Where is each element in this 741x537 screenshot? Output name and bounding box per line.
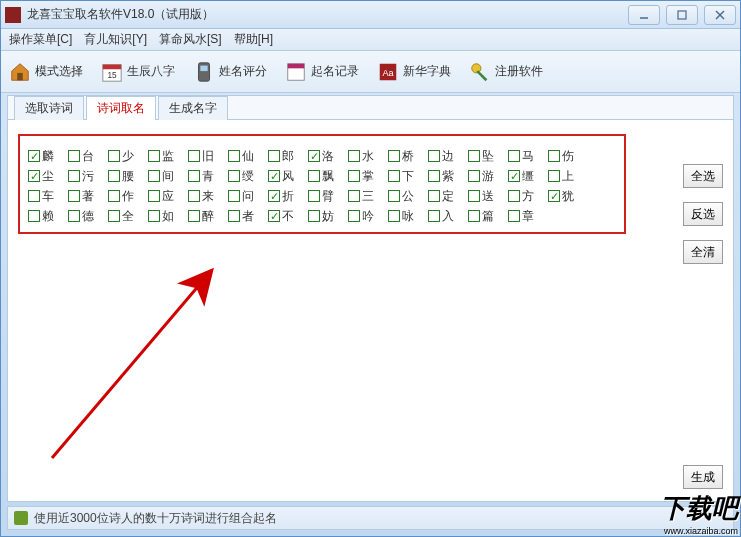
char-label: 车: [42, 188, 54, 205]
char-checkbox[interactable]: [28, 210, 40, 222]
char-checkbox[interactable]: [28, 190, 40, 202]
char-checkbox[interactable]: [268, 170, 280, 182]
toolbar-label: 注册软件: [495, 63, 543, 80]
char-checkbox[interactable]: [308, 170, 320, 182]
char-checkbox[interactable]: [468, 150, 480, 162]
char-checkbox[interactable]: [148, 190, 160, 202]
char-checkbox[interactable]: [148, 150, 160, 162]
menu-fortune[interactable]: 算命风水[S]: [159, 31, 222, 48]
menu-help[interactable]: 帮助[H]: [234, 31, 273, 48]
char-checkbox[interactable]: [68, 170, 80, 182]
char-checkbox[interactable]: [28, 150, 40, 162]
char-checkbox[interactable]: [108, 150, 120, 162]
clear-all-button[interactable]: 全清: [683, 240, 723, 264]
char-checkbox[interactable]: [428, 150, 440, 162]
svg-rect-6: [103, 64, 121, 69]
char-checkbox[interactable]: [348, 170, 360, 182]
char-label: 作: [122, 188, 134, 205]
toolbar-birthdate[interactable]: 15 生辰八字: [101, 61, 175, 83]
char-label: 应: [162, 188, 174, 205]
char-checkbox[interactable]: [188, 210, 200, 222]
char-checkbox[interactable]: [148, 210, 160, 222]
char-checkbox[interactable]: [108, 170, 120, 182]
char-checkbox[interactable]: [468, 170, 480, 182]
toolbar-mode-select[interactable]: 模式选择: [9, 61, 83, 83]
char-cell: 如: [148, 206, 188, 226]
char-checkbox[interactable]: [268, 150, 280, 162]
char-cell: 公: [388, 186, 428, 206]
char-label: 污: [82, 168, 94, 185]
char-checkbox[interactable]: [388, 150, 400, 162]
char-checkbox[interactable]: [148, 170, 160, 182]
char-checkbox[interactable]: [68, 150, 80, 162]
invert-selection-button[interactable]: 反选: [683, 202, 723, 226]
char-cell: 醉: [188, 206, 228, 226]
char-cell: 掌: [348, 166, 388, 186]
toolbar-dictionary[interactable]: Aa 新华字典: [377, 61, 451, 83]
char-checkbox[interactable]: [268, 190, 280, 202]
char-label: 伤: [562, 148, 574, 165]
char-checkbox[interactable]: [348, 190, 360, 202]
char-checkbox[interactable]: [268, 210, 280, 222]
char-checkbox[interactable]: [348, 210, 360, 222]
char-checkbox[interactable]: [508, 150, 520, 162]
char-checkbox[interactable]: [108, 190, 120, 202]
char-checkbox[interactable]: [388, 170, 400, 182]
char-cell: 吟: [348, 206, 388, 226]
char-checkbox[interactable]: [468, 210, 480, 222]
char-checkbox[interactable]: [188, 190, 200, 202]
minimize-button[interactable]: [628, 5, 660, 25]
char-checkbox[interactable]: [308, 150, 320, 162]
close-button[interactable]: [704, 5, 736, 25]
char-label: 赖: [42, 208, 54, 225]
char-checkbox[interactable]: [548, 170, 560, 182]
tab-poem-naming[interactable]: 诗词取名: [86, 96, 156, 120]
char-checkbox[interactable]: [228, 150, 240, 162]
toolbar-register[interactable]: 注册软件: [469, 61, 543, 83]
char-checkbox[interactable]: [348, 150, 360, 162]
char-checkbox[interactable]: [68, 190, 80, 202]
char-cell: 洛: [308, 146, 348, 166]
select-all-button[interactable]: 全选: [683, 164, 723, 188]
char-checkbox[interactable]: [308, 210, 320, 222]
char-checkbox[interactable]: [508, 210, 520, 222]
menu-parenting[interactable]: 育儿知识[Y]: [84, 31, 147, 48]
tab-generate-name[interactable]: 生成名字: [158, 96, 228, 120]
generate-button[interactable]: 生成: [683, 465, 723, 489]
char-checkbox[interactable]: [228, 190, 240, 202]
char-cell: 车: [28, 186, 68, 206]
char-checkbox[interactable]: [428, 190, 440, 202]
char-checkbox[interactable]: [508, 190, 520, 202]
char-checkbox[interactable]: [68, 210, 80, 222]
char-checkbox[interactable]: [308, 190, 320, 202]
char-checkbox[interactable]: [228, 170, 240, 182]
char-checkbox[interactable]: [388, 190, 400, 202]
char-checkbox[interactable]: [28, 170, 40, 182]
char-cell: 麟: [28, 146, 68, 166]
char-checkbox[interactable]: [428, 210, 440, 222]
char-checkbox[interactable]: [188, 170, 200, 182]
char-checkbox[interactable]: [468, 190, 480, 202]
char-label: 章: [522, 208, 534, 225]
char-cell: 飘: [308, 166, 348, 186]
toolbar-name-score[interactable]: 姓名评分: [193, 61, 267, 83]
char-cell: 送: [468, 186, 508, 206]
char-checkbox[interactable]: [428, 170, 440, 182]
char-label: 著: [82, 188, 94, 205]
char-label: 醉: [202, 208, 214, 225]
char-checkbox[interactable]: [508, 170, 520, 182]
maximize-button[interactable]: [666, 5, 698, 25]
tab-select-poem[interactable]: 选取诗词: [14, 96, 84, 120]
char-checkbox[interactable]: [548, 190, 560, 202]
status-text: 使用近3000位诗人的数十万诗词进行组合起名: [34, 510, 277, 527]
char-checkbox[interactable]: [548, 150, 560, 162]
char-checkbox[interactable]: [108, 210, 120, 222]
char-checkbox[interactable]: [188, 150, 200, 162]
toolbar-name-records[interactable]: 起名记录: [285, 61, 359, 83]
char-checkbox[interactable]: [228, 210, 240, 222]
char-checkbox[interactable]: [388, 210, 400, 222]
char-label: 风: [282, 168, 294, 185]
svg-text:15: 15: [107, 70, 117, 79]
char-cell: 者: [228, 206, 268, 226]
menu-operations[interactable]: 操作菜单[C]: [9, 31, 72, 48]
